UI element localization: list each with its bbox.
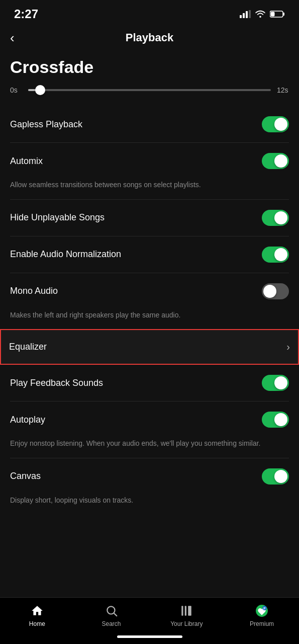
slider-thumb[interactable] — [35, 85, 45, 95]
setting-audio-normalization: Enable Audio Normalization — [10, 236, 289, 273]
automix-label: Automix — [10, 156, 43, 167]
page-title: Playback — [126, 31, 173, 44]
toggle-thumb — [274, 154, 287, 168]
svg-text:P: P — [263, 607, 266, 610]
mono-audio-label: Mono Audio — [10, 286, 58, 296]
status-bar: 2:27 — [0, 0, 299, 25]
autoplay-toggle[interactable] — [262, 412, 289, 428]
toggle-thumb — [274, 470, 287, 483]
setting-hide-unplayable: Hide Unplayable Songs — [10, 200, 289, 236]
svg-rect-7 — [271, 12, 275, 17]
status-time: 2:27 — [14, 7, 38, 21]
nav-premium-label: Premium — [250, 620, 274, 627]
nav-item-search[interactable]: Search — [96, 604, 127, 627]
toggle-thumb — [274, 376, 287, 389]
autoplay-description: Enjoy nonstop listening. When your audio… — [10, 438, 289, 458]
crossfade-slider-row[interactable]: 0s 12s — [10, 86, 289, 94]
chevron-right-icon: › — [286, 341, 290, 353]
svg-rect-11 — [185, 606, 186, 616]
setting-play-feedback: Play Feedback Sounds — [10, 365, 289, 401]
search-icon — [105, 604, 119, 618]
back-button[interactable]: ‹ — [10, 30, 15, 46]
setting-gapless-playback: Gapless Playback — [10, 106, 289, 143]
toggle-thumb — [274, 211, 287, 224]
canvas-label: Canvas — [10, 471, 41, 481]
home-indicator-bar — [117, 635, 182, 638]
battery-icon — [270, 10, 285, 18]
svg-rect-2 — [246, 11, 248, 18]
toggle-thumb — [274, 118, 287, 131]
audio-normalization-label: Enable Audio Normalization — [10, 249, 121, 260]
nav-home-label: Home — [29, 620, 45, 627]
crossfade-slider-track[interactable] — [28, 89, 271, 91]
audio-normalization-toggle[interactable] — [262, 247, 289, 263]
equalizer-row[interactable]: Equalizer › — [0, 329, 299, 365]
toggle-thumb — [274, 413, 287, 426]
svg-rect-0 — [240, 15, 242, 18]
home-indicator — [0, 631, 299, 644]
svg-rect-12 — [188, 606, 192, 616]
svg-point-4 — [259, 16, 261, 18]
svg-line-9 — [114, 613, 117, 616]
wifi-icon — [255, 10, 266, 18]
equalizer-label: Equalizer — [9, 342, 47, 352]
svg-rect-1 — [243, 13, 245, 18]
automix-toggle[interactable] — [262, 153, 289, 169]
nav-item-library[interactable]: Your Library — [170, 604, 203, 627]
settings-content: Crossfade 0s 12s Gapless Playback Automi… — [0, 52, 299, 597]
mono-audio-toggle[interactable] — [262, 283, 289, 299]
play-feedback-label: Play Feedback Sounds — [10, 378, 103, 388]
slider-max-label: 12s — [277, 86, 289, 94]
slider-min-label: 0s — [10, 86, 22, 94]
autoplay-label: Autoplay — [10, 415, 45, 425]
mono-audio-description: Makes the left and right speakers play t… — [10, 309, 289, 330]
nav-search-label: Search — [102, 620, 121, 627]
setting-autoplay: Autoplay Enjoy nonstop listening. When y… — [10, 401, 289, 458]
hide-unplayable-label: Hide Unplayable Songs — [10, 212, 105, 223]
status-icons — [240, 10, 285, 18]
canvas-toggle[interactable] — [262, 468, 289, 485]
canvas-description: Display short, looping visuals on tracks… — [10, 495, 289, 515]
bottom-navigation: Home Search Your Library — [0, 597, 299, 631]
svg-point-8 — [107, 606, 115, 614]
svg-rect-6 — [283, 13, 284, 16]
premium-icon: P — [255, 604, 269, 618]
library-icon — [179, 604, 193, 618]
setting-mono-audio: Mono Audio Makes the left and right spea… — [10, 273, 289, 330]
svg-rect-10 — [182, 606, 183, 616]
automix-description: Allow seamless transitions between songs… — [10, 179, 289, 199]
toggle-thumb — [263, 285, 276, 298]
nav-item-premium[interactable]: P Premium — [247, 604, 277, 627]
gapless-playback-toggle[interactable] — [262, 116, 289, 132]
hide-unplayable-toggle[interactable] — [262, 210, 289, 226]
crossfade-section: Crossfade 0s 12s — [10, 57, 289, 94]
nav-item-home[interactable]: Home — [22, 604, 52, 627]
play-feedback-toggle[interactable] — [262, 375, 289, 391]
signal-icon — [240, 10, 251, 18]
setting-canvas: Canvas Display short, looping visuals on… — [10, 458, 289, 515]
crossfade-title: Crossfade — [10, 57, 289, 77]
nav-library-label: Your Library — [170, 620, 203, 627]
home-icon — [30, 604, 44, 618]
toggle-thumb — [274, 248, 287, 261]
svg-rect-3 — [249, 10, 251, 18]
page-header: ‹ Playback — [0, 25, 299, 52]
gapless-playback-label: Gapless Playback — [10, 119, 82, 130]
setting-automix: Automix Allow seamless transitions betwe… — [10, 143, 289, 200]
